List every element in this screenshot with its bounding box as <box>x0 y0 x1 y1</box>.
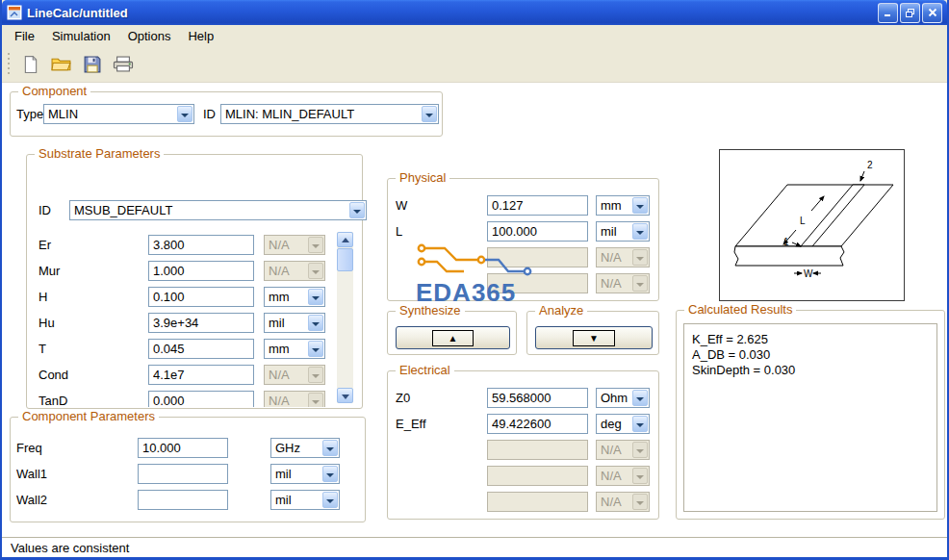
electrical-z0-value-input[interactable] <box>487 388 588 408</box>
substrate-h-unit-value: mm <box>265 288 307 306</box>
substrate-cond-value-input[interactable] <box>148 365 254 385</box>
substrate-h-unit-combo[interactable]: mm <box>264 287 325 307</box>
chevron-down-icon[interactable] <box>322 492 338 508</box>
scrollbar-thumb[interactable] <box>337 248 353 271</box>
chevron-down-icon[interactable] <box>632 223 648 240</box>
chevron-down-icon[interactable] <box>322 440 338 456</box>
menu-file[interactable]: File <box>6 27 43 45</box>
title-bar[interactable]: LineCalc/untitled <box>2 0 947 25</box>
component-parameters-group: Component Parameters FreqGHzWall1milWall… <box>10 417 366 522</box>
menu-options[interactable]: Options <box>119 27 180 45</box>
substrate-er-value-input[interactable] <box>148 235 254 255</box>
component-param-freq-unit-combo[interactable]: GHz <box>270 438 340 458</box>
component-param-freq-label: Freq <box>16 441 138 455</box>
chevron-down-icon[interactable] <box>632 390 648 406</box>
substrate-tand-label: TanD <box>38 394 148 407</box>
chevron-down-icon[interactable] <box>308 341 323 357</box>
substrate-mur-value-input[interactable] <box>148 261 254 281</box>
substrate-t-unit-combo[interactable]: mm <box>264 339 325 359</box>
physical-group: Physical WmmLmilN/AN/A <box>387 178 659 301</box>
substrate-cond-label: Cond <box>38 368 148 382</box>
substrate-row-er: ErN/A <box>38 232 333 258</box>
open-file-button[interactable] <box>48 51 75 78</box>
scroll-up-icon[interactable] <box>337 232 353 247</box>
component-param-row-freq: FreqGHz <box>16 435 347 461</box>
menu-simulation[interactable]: Simulation <box>43 27 119 45</box>
new-document-icon <box>22 55 39 74</box>
chevron-down-icon <box>308 263 323 279</box>
substrate-id-label: ID <box>38 203 51 217</box>
electrical-z0-unit-combo[interactable]: Ohm <box>596 388 650 408</box>
scroll-down-icon[interactable] <box>337 388 353 403</box>
electrical-eeff-unit-combo[interactable]: deg <box>596 414 650 434</box>
physical-w-unit-combo[interactable]: mm <box>596 195 650 216</box>
maximize-button[interactable] <box>900 3 920 23</box>
substrate-tand-value-input[interactable] <box>148 391 254 407</box>
electrical-row-z0: Z0Ohm <box>396 385 655 411</box>
component-param-wall2-unit-combo[interactable]: mil <box>270 490 340 510</box>
minimize-icon <box>884 8 893 17</box>
microstrip-diagram-panel: L 2 1 W <box>719 149 905 301</box>
chevron-down-icon[interactable] <box>308 315 323 331</box>
substrate-hu-value-input[interactable] <box>148 313 254 333</box>
physical-row4-unit-value: N/A <box>597 274 631 293</box>
menu-help[interactable]: Help <box>179 27 222 45</box>
substrate-row-hu: Humil <box>38 310 333 336</box>
substrate-mur-unit-combo: N/A <box>264 261 325 281</box>
substrate-row-tand: TanDN/A <box>38 388 333 407</box>
physical-row4-value-input <box>487 273 588 293</box>
electrical-eeff-value-input[interactable] <box>487 414 588 434</box>
component-param-wall2-value-input[interactable] <box>138 490 228 510</box>
synthesize-button[interactable]: ▲ <box>396 326 510 349</box>
down-triangle-icon: ▼ <box>573 330 615 346</box>
calculated-results-group: Calculated Results K_Eff = 2.625 A_DB = … <box>676 310 945 520</box>
linecalc-window: LineCalc/untitled File Simulation Option… <box>0 0 949 560</box>
electrical-z0-label: Z0 <box>396 391 487 405</box>
chevron-down-icon[interactable] <box>632 197 648 214</box>
component-param-wall1-value-input[interactable] <box>138 464 228 484</box>
substrate-t-value-input[interactable] <box>148 339 254 359</box>
substrate-row-t: Tmm <box>38 336 333 362</box>
chevron-down-icon[interactable] <box>322 466 338 482</box>
component-id-combo[interactable]: MLIN: MLIN_DEFAULT <box>220 104 439 124</box>
chevron-down-icon <box>308 367 323 383</box>
electrical-row5-unit-combo: N/A <box>596 492 650 512</box>
substrate-group-title: Substrate Parameters <box>35 146 164 161</box>
analyze-button[interactable]: ▼ <box>535 326 653 349</box>
new-document-button[interactable] <box>17 51 44 78</box>
physical-l-value-input[interactable] <box>487 221 588 242</box>
electrical-eeff-label: E_Eff <box>396 417 487 431</box>
minimize-button[interactable] <box>878 3 898 23</box>
component-param-wall1-unit-combo[interactable]: mil <box>270 464 340 484</box>
save-button[interactable] <box>79 51 106 78</box>
chevron-down-icon[interactable] <box>308 289 323 305</box>
substrate-row-mur: MurN/A <box>38 258 333 284</box>
chevron-down-icon[interactable] <box>632 416 648 432</box>
synthesize-group: Synthesize ▲ <box>387 311 517 355</box>
substrate-h-value-input[interactable] <box>148 287 254 307</box>
component-group-title: Component <box>18 84 90 98</box>
component-param-row-wall1: Wall1mil <box>16 461 347 487</box>
chevron-down-icon[interactable] <box>349 202 365 218</box>
electrical-row4-value-input <box>487 466 588 486</box>
physical-group-title: Physical <box>396 170 449 185</box>
physical-row3-value-input <box>487 247 588 267</box>
print-button[interactable] <box>110 51 137 78</box>
electrical-z0-unit-value: Ohm <box>597 389 631 407</box>
component-type-combo[interactable]: MLIN <box>43 104 194 124</box>
chevron-down-icon[interactable] <box>422 106 437 122</box>
physical-l-label: L <box>396 224 487 239</box>
substrate-hu-unit-combo[interactable]: mil <box>264 313 325 333</box>
substrate-scrollbar[interactable] <box>337 232 353 403</box>
chevron-down-icon[interactable] <box>177 106 192 122</box>
component-param-wall2-unit-value: mil <box>271 491 321 509</box>
electrical-row4-unit-value: N/A <box>597 467 631 485</box>
close-button[interactable] <box>922 3 942 23</box>
component-param-wall1-label: Wall1 <box>16 467 138 481</box>
physical-w-value-input[interactable] <box>487 195 588 216</box>
component-param-wall1-unit-value: mil <box>271 465 321 483</box>
physical-l-unit-combo[interactable]: mil <box>596 221 650 242</box>
toolbar-grip[interactable] <box>8 53 12 76</box>
substrate-id-combo[interactable]: MSUB_DEFAULT <box>69 200 367 220</box>
component-param-freq-value-input[interactable] <box>138 438 228 458</box>
